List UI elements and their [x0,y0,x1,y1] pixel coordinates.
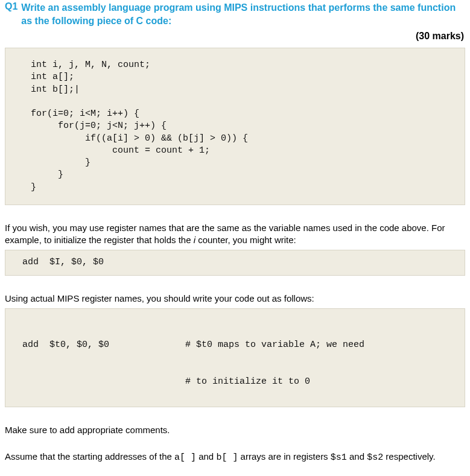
para4-b: arrays are in registers [238,451,330,462]
comments-para: Make sure to add appropriate comments. [5,424,465,436]
addresses-para: Assume that the starting addresses of th… [5,451,465,464]
reg-s2: $s2 [367,452,383,463]
para4-a: Assume that the starting addresses of th… [5,451,174,462]
mips-example-1: add $I, $0, $0 [5,250,465,275]
mips-example-2: add $t0, $0, $0 # $t0 maps to variable A… [5,308,465,407]
code3-instruction: add $t0, $0, $0 [22,339,185,351]
para4-end: respectively. [383,451,435,462]
array-a: a[ ] [174,452,196,463]
explain-para-2: Using actual MIPS register names, you sh… [5,293,465,305]
c-code-block: int i, j, M, N, count; int a[]; int b[];… [5,48,465,205]
question-title: Write an assembly language program using… [21,1,465,27]
question-header: Q1 Write an assembly language program us… [5,1,465,27]
array-b: b[ ] [216,452,238,463]
marks-label: (30 marks) [5,31,465,42]
para1-text-b: counter, you might write: [195,235,296,245]
question-number: Q1 [5,1,17,12]
explain-para-1: If you wish, you may use register names … [5,222,465,247]
code3-comment-2: # to initialize it to 0 [185,376,453,388]
reg-s1: $s1 [331,452,347,463]
code3-comment-1: # $t0 maps to variable A; we need [185,339,453,351]
code3-blank [22,376,185,388]
para4-mid: and [196,451,216,462]
para4-and: and [347,451,367,462]
